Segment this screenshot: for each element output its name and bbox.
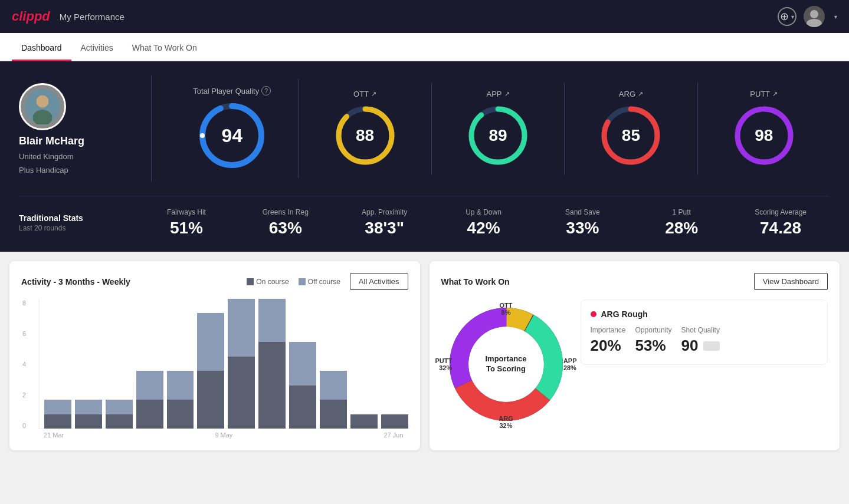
total-quality-value: 94 bbox=[221, 125, 242, 147]
stat-proximity-value: 38'3" bbox=[365, 219, 404, 238]
nav-tabs: Dashboard Activities What To Work On bbox=[0, 33, 849, 61]
y-label-8: 8 bbox=[22, 299, 26, 307]
user-avatar-button[interactable] bbox=[804, 6, 825, 27]
x-label-mar: 21 Mar bbox=[44, 431, 64, 439]
info-opportunity-value: 53% bbox=[635, 337, 672, 355]
work-header: What To Work On View Dashboard bbox=[441, 273, 828, 290]
bar-group-3 bbox=[136, 371, 163, 429]
bottom-panels: Activity - 3 Months - Weekly On course O… bbox=[0, 252, 849, 460]
bar-group-0 bbox=[44, 400, 71, 429]
bar-on-5 bbox=[197, 371, 224, 429]
stat-updown: Up & Down 42% bbox=[434, 208, 533, 238]
info-shotquality-row: 90 bbox=[681, 337, 720, 355]
chart-title: Activity - 3 Months - Weekly bbox=[21, 277, 130, 286]
bar-on-0 bbox=[44, 414, 71, 429]
info-card: ARG Rough Importance 20% Opportunity 53%… bbox=[581, 299, 828, 365]
stats-row: Traditional Stats Last 20 rounds Fairway… bbox=[19, 196, 830, 238]
bar-group-10 bbox=[350, 414, 378, 429]
x-label-may: 9 May bbox=[215, 431, 232, 439]
info-metric-importance: Importance 20% bbox=[591, 326, 626, 355]
bar-group-8 bbox=[289, 342, 316, 429]
tab-dashboard[interactable]: Dashboard bbox=[12, 36, 71, 61]
bar-on-1 bbox=[75, 414, 102, 429]
header-right: ⊕ ▾ ▾ bbox=[778, 6, 837, 27]
chart-legend: On course Off course bbox=[247, 278, 340, 286]
ott-label: OTT↗ bbox=[353, 90, 376, 98]
info-importance-value: 20% bbox=[591, 337, 626, 355]
seg-label-arg: ARG 32% bbox=[499, 415, 513, 429]
quality-row: Blair McHarg United Kingdom Plus Handica… bbox=[19, 75, 830, 182]
legend-off-course: Off course bbox=[299, 278, 340, 286]
app-ring: 89 bbox=[466, 103, 530, 168]
tab-activities[interactable]: Activities bbox=[71, 36, 123, 61]
stat-updown-value: 42% bbox=[467, 219, 500, 238]
bar-off-4 bbox=[167, 371, 194, 400]
svg-point-1 bbox=[807, 19, 822, 27]
app-value: 89 bbox=[489, 126, 507, 145]
bar-group-2 bbox=[106, 400, 133, 429]
chart-header: Activity - 3 Months - Weekly On course O… bbox=[21, 273, 408, 290]
stat-proximity-label: App. Proximity bbox=[362, 208, 407, 216]
svg-point-3 bbox=[37, 95, 49, 107]
chart-controls: On course Off course All Activities bbox=[247, 273, 408, 290]
stat-greens-value: 63% bbox=[269, 219, 302, 238]
bar-on-2 bbox=[106, 414, 133, 429]
work-title: What To Work On bbox=[441, 277, 510, 286]
bar-on-4 bbox=[167, 400, 194, 429]
header-left: clippd My Performance bbox=[12, 9, 124, 24]
player-info: Blair McHarg United Kingdom Plus Handica… bbox=[19, 83, 137, 174]
info-card-name: ARG Rough bbox=[601, 309, 648, 319]
bar-group-9 bbox=[320, 371, 347, 429]
all-activities-button[interactable]: All Activities bbox=[350, 273, 408, 290]
bar-off-1 bbox=[75, 400, 102, 414]
bar-off-8 bbox=[289, 342, 316, 385]
x-label-jun: 27 Jun bbox=[383, 431, 403, 439]
info-importance-label: Importance bbox=[591, 326, 626, 334]
bar-group-1 bbox=[75, 400, 102, 429]
putt-value: 98 bbox=[755, 126, 773, 145]
bar-off-0 bbox=[44, 400, 71, 414]
work-content: Importance To Scoring OTT 8% APP 28% ARG… bbox=[441, 299, 828, 429]
legend-on-course-dot bbox=[247, 278, 254, 285]
info-metric-opportunity: Opportunity 53% bbox=[635, 326, 672, 355]
activity-panel: Activity - 3 Months - Weekly On course O… bbox=[9, 261, 420, 450]
bar-on-3 bbox=[136, 400, 163, 429]
player-name: Blair McHarg bbox=[19, 135, 84, 147]
stat-fairways: Fairways Hit 51% bbox=[137, 208, 236, 238]
ott-ring: 88 bbox=[333, 103, 398, 168]
donut-container: Importance To Scoring OTT 8% APP 28% ARG… bbox=[441, 299, 571, 429]
bar-off-5 bbox=[197, 313, 224, 371]
bar-off-2 bbox=[106, 400, 133, 414]
help-icon[interactable]: ? bbox=[261, 86, 271, 95]
info-shotquality-label: Shot Quality bbox=[681, 326, 720, 334]
tab-what-to-work-on[interactable]: What To Work On bbox=[123, 36, 206, 61]
app-label: APP↗ bbox=[487, 90, 510, 98]
ott-value: 88 bbox=[356, 126, 374, 145]
info-metrics: Importance 20% Opportunity 53% Shot Qual… bbox=[591, 326, 818, 355]
traditional-stats-title: Traditional Stats bbox=[19, 213, 137, 223]
stats-cards: Fairways Hit 51% Greens In Reg 63% App. … bbox=[137, 208, 830, 238]
hero-section: Blair McHarg United Kingdom Plus Handica… bbox=[0, 61, 849, 252]
bar-on-10 bbox=[350, 414, 378, 429]
stat-1putt-value: 28% bbox=[665, 219, 698, 238]
bar-off-9 bbox=[320, 371, 347, 400]
add-button[interactable]: ⊕ ▾ bbox=[778, 7, 796, 26]
bar-on-6 bbox=[228, 357, 255, 429]
stat-sandsave: Sand Save 33% bbox=[533, 208, 632, 238]
total-quality-ring: 94 bbox=[196, 100, 267, 171]
svg-point-0 bbox=[810, 10, 818, 18]
header: clippd My Performance ⊕ ▾ ▾ bbox=[0, 0, 849, 33]
player-avatar bbox=[19, 83, 66, 130]
stat-greens: Greens In Reg 63% bbox=[236, 208, 335, 238]
donut-label-line2: To Scoring bbox=[485, 364, 526, 374]
chart-bars bbox=[39, 299, 408, 429]
avatar-dropdown-arrow: ▾ bbox=[834, 14, 837, 20]
putt-card: PUTT↗ 98 bbox=[698, 83, 830, 175]
vertical-divider bbox=[151, 75, 152, 182]
bar-on-11 bbox=[381, 414, 408, 429]
view-dashboard-button[interactable]: View Dashboard bbox=[754, 273, 828, 290]
bar-off-6 bbox=[228, 299, 255, 357]
app-card: APP↗ 89 bbox=[432, 83, 565, 175]
stat-greens-label: Greens In Reg bbox=[263, 208, 309, 216]
info-shotquality-value: 90 bbox=[681, 337, 699, 355]
